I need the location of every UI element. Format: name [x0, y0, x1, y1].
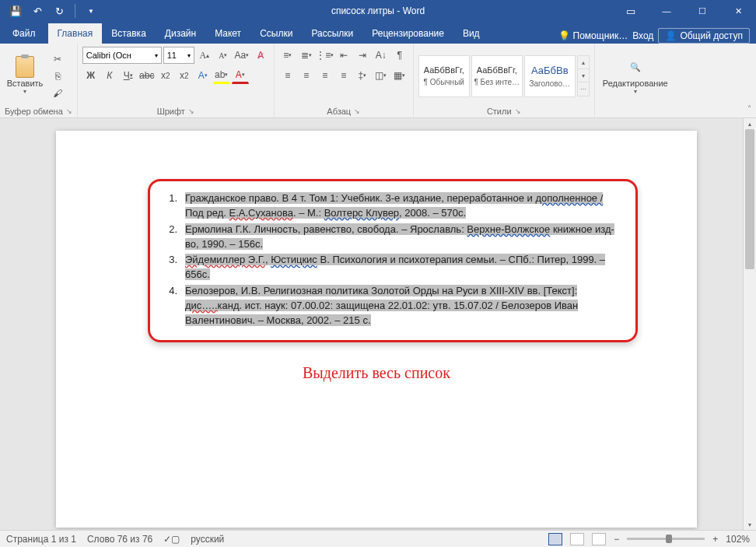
annotation-caption: Выделить весь список — [56, 364, 697, 382]
numbering-button[interactable]: ≣▾ — [298, 47, 315, 64]
align-right-button[interactable]: ≡ — [317, 67, 334, 84]
minimize-button[interactable]: — — [649, 0, 684, 22]
shrink-font-button[interactable]: A▾ — [215, 47, 232, 64]
show-marks-button[interactable]: ¶ — [391, 47, 408, 64]
strike-button[interactable]: abc — [138, 67, 156, 84]
tab-file[interactable]: Файл — [3, 23, 45, 44]
tab-mailings[interactable]: Рассылки — [302, 23, 362, 44]
list-item: 1.Гражданское право. В 4 т. Том 1: Учебн… — [165, 191, 624, 221]
font-launcher[interactable]: ↘ — [188, 107, 194, 115]
zoom-slider[interactable] — [627, 538, 705, 540]
list-item: 3.Эйдемиллер Э.Г., Юстицкис В. Психологи… — [165, 253, 624, 282]
clear-format-button[interactable]: A̷ — [252, 47, 269, 64]
scroll-thumb[interactable] — [745, 129, 754, 269]
align-left-button[interactable]: ≡ — [279, 67, 296, 84]
bullets-button[interactable]: ≡▾ — [279, 47, 296, 64]
copy-button[interactable]: ⎘ — [50, 68, 65, 84]
list-item: 2.Ермолина Г.К. Личность, равенство, сво… — [165, 223, 624, 252]
styles-down-icon[interactable]: ▾ — [578, 69, 589, 82]
lightbulb-icon: 💡 — [558, 30, 570, 41]
justify-button[interactable]: ≡ — [335, 67, 352, 84]
language-indicator[interactable]: русский — [191, 534, 224, 545]
borders-button[interactable]: ▦▾ — [391, 67, 408, 84]
ribbon-options-button[interactable]: ▭ — [613, 0, 649, 22]
decrease-indent-button[interactable]: ⇤ — [335, 47, 352, 64]
group-font: Calibri (Осн▾ 11▾ A▴ A▾ Aa▾ A̷ Ж К Ч▾ ab… — [78, 44, 275, 117]
styles-up-icon[interactable]: ▴ — [578, 56, 589, 69]
tab-design[interactable]: Дизайн — [156, 23, 205, 44]
style-normal[interactable]: АаБбВвГг, ¶ Обычный — [418, 55, 470, 97]
signin-link[interactable]: Вход — [632, 30, 653, 41]
word-count[interactable]: Слово 76 из 76 — [87, 534, 152, 545]
group-styles: АаБбВвГг, ¶ Обычный АаБбВвГг, ¶ Без инте… — [414, 44, 595, 117]
group-editing: 🔍 Редактирование ▾ — [595, 44, 676, 117]
tab-view[interactable]: Вид — [453, 23, 489, 44]
styles-more-icon[interactable]: ⋯ — [578, 82, 589, 96]
underline-button[interactable]: Ч▾ — [120, 67, 137, 84]
vertical-scrollbar[interactable]: ▴ ▾ — [743, 118, 756, 530]
zoom-level[interactable]: 102% — [726, 534, 750, 545]
proofing-indicator[interactable]: ✓▢ — [163, 534, 180, 545]
maximize-button[interactable]: ☐ — [684, 0, 720, 22]
view-print-button[interactable] — [548, 533, 562, 545]
statusbar: Страница 1 из 1 Слово 76 из 76 ✓▢ русски… — [0, 530, 756, 547]
redo-button[interactable]: ↻ — [50, 2, 68, 20]
styles-launcher[interactable]: ↘ — [515, 107, 521, 115]
tab-references[interactable]: Ссылки — [250, 23, 302, 44]
subscript-button[interactable]: x2 — [157, 67, 174, 84]
align-center-button[interactable]: ≡ — [298, 67, 315, 84]
font-name-combo[interactable]: Calibri (Осн▾ — [82, 47, 162, 64]
font-color-button[interactable]: A▾ — [232, 67, 249, 84]
editing-button[interactable]: 🔍 Редактирование ▾ — [600, 47, 671, 105]
zoom-out-button[interactable]: − — [614, 534, 619, 545]
tab-insert[interactable]: Вставка — [102, 23, 156, 44]
window-controls: ▭ — ☐ ✕ — [613, 0, 756, 22]
tab-layout[interactable]: Макет — [205, 23, 250, 44]
save-button[interactable]: 💾 — [6, 2, 25, 20]
grow-font-button[interactable]: A▴ — [196, 47, 213, 64]
zoom-in-button[interactable]: + — [712, 534, 718, 545]
collapse-ribbon-button[interactable]: ˄ — [747, 104, 751, 113]
view-web-button[interactable] — [592, 533, 606, 545]
titlebar: 💾 ↶ ↻ ▼ списоск литры - Word ▭ — ☐ ✕ — [0, 0, 756, 22]
document-page[interactable]: 1.Гражданское право. В 4 т. Том 1: Учебн… — [56, 131, 697, 528]
quick-access-toolbar: 💾 ↶ ↻ ▼ — [0, 2, 100, 20]
scroll-down-icon[interactable]: ▾ — [744, 519, 756, 530]
increase-indent-button[interactable]: ⇥ — [354, 47, 371, 64]
close-button[interactable]: ✕ — [720, 0, 756, 22]
sort-button[interactable]: A↓ — [373, 47, 390, 64]
superscript-button[interactable]: x2 — [176, 67, 193, 84]
text-effects-button[interactable]: A▾ — [194, 67, 212, 84]
style-heading1[interactable]: АаБбВв Заголово… — [524, 55, 576, 97]
undo-button[interactable]: ↶ — [28, 2, 47, 20]
multilevel-button[interactable]: ⋮≡▾ — [317, 47, 334, 64]
scroll-up-icon[interactable]: ▴ — [744, 118, 756, 129]
tab-review[interactable]: Рецензирование — [362, 23, 453, 44]
cut-button[interactable]: ✂ — [50, 51, 65, 67]
line-spacing-button[interactable]: ‡▾ — [354, 67, 371, 84]
tell-me-helper[interactable]: 💡Помощник… — [558, 30, 628, 41]
list-item: 4.Белозеров, И.В. Религиозная политика З… — [165, 284, 624, 328]
page-indicator[interactable]: Страница 1 из 1 — [6, 534, 76, 545]
style-no-spacing[interactable]: АаБбВвГг, ¶ Без инте… — [471, 55, 523, 97]
highlight-button[interactable]: ab▾ — [213, 67, 230, 84]
share-button[interactable]: 👤Общий доступ — [658, 28, 750, 44]
clipboard-icon — [16, 56, 34, 78]
clipboard-launcher[interactable]: ↘ — [66, 107, 72, 115]
change-case-button[interactable]: Aa▾ — [233, 47, 250, 64]
group-clipboard: Вставить ▾ ✂ ⎘ 🖌 Буфер обмена↘ — [0, 44, 78, 117]
format-painter-button[interactable]: 🖌 — [50, 86, 65, 101]
bold-button[interactable]: Ж — [82, 67, 100, 84]
tab-home[interactable]: Главная — [48, 23, 103, 44]
qat-customize-button[interactable]: ▼ — [82, 2, 100, 20]
styles-gallery-nav[interactable]: ▴ ▾ ⋯ — [577, 55, 590, 96]
italic-button[interactable]: К — [101, 67, 118, 84]
view-read-button[interactable] — [570, 533, 584, 545]
ribbon-tabs: Файл Главная Вставка Дизайн Макет Ссылки… — [0, 22, 756, 44]
paste-button[interactable]: Вставить ▾ — [5, 47, 45, 105]
bibliography-list[interactable]: 1.Гражданское право. В 4 т. Том 1: Учебн… — [165, 191, 624, 330]
document-area: 1.Гражданское право. В 4 т. Том 1: Учебн… — [0, 118, 756, 530]
paragraph-launcher[interactable]: ↘ — [354, 107, 360, 115]
shading-button[interactable]: ◫▾ — [373, 67, 390, 84]
font-size-combo[interactable]: 11▾ — [163, 47, 194, 64]
